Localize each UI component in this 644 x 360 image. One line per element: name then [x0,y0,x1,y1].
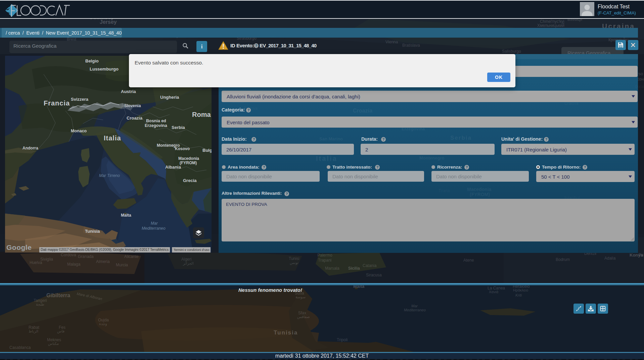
svg-text:Erzegovina: Erzegovina [145,123,168,128]
svg-text:Albania: Albania [165,165,181,170]
svg-text:Croazia: Croazia [127,116,143,121]
svg-text:Ungheria: Ungheria [160,95,179,100]
svg-text:Serbia: Serbia [172,125,185,130]
svg-text:Slovenia: Slovenia [124,103,141,108]
svg-text:Austria: Austria [121,89,136,94]
svg-text:Macedonia: Macedonia [178,156,199,161]
svg-text:Roma: Roma [192,111,211,118]
svg-text:Belgio: Belgio [85,58,99,63]
svg-text:Lussemburgo: Lussemburgo [90,66,119,72]
svg-text:Mar Tirreno: Mar Tirreno [99,173,120,178]
svg-text:Svizzera: Svizzera [71,97,89,102]
svg-text:Andorra: Andorra [22,146,38,150]
svg-text:Francia: Francia [44,99,70,107]
svg-text:Bulga: Bulga [202,148,212,153]
svg-text:Mar: Mar [151,221,158,226]
svg-text:Mediterraneo: Mediterraneo [142,226,166,231]
svg-text:Bosnia ed: Bosnia ed [146,119,166,123]
svg-text:Grecia: Grecia [183,178,197,183]
svg-text:(FYROM): (FYROM) [180,161,197,165]
svg-text:Tunisia: Tunisia [85,229,100,234]
svg-text:Italia: Italia [104,134,121,142]
svg-text:Kosovo: Kosovo [175,146,190,151]
svg-text:Monaco: Monaco [71,129,87,133]
svg-text:Malta: Malta [121,213,131,218]
